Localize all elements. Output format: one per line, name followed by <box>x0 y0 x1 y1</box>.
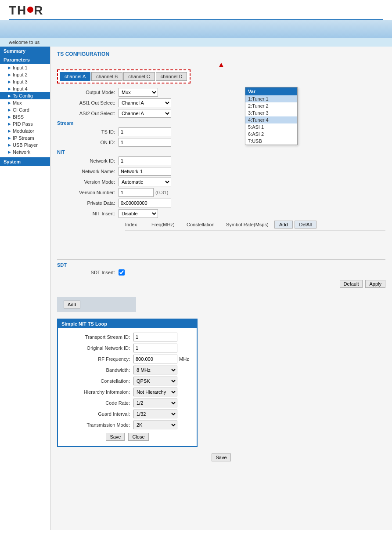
sidebar-item-ipstream[interactable]: ▶ IP Stream <box>0 134 50 141</box>
nit-close-button[interactable]: Close <box>128 433 148 441</box>
nit-section-title: NIT <box>57 149 385 155</box>
nit-constellation-select[interactable]: QPSK 16QAM 64QAM <box>133 377 177 385</box>
nit-col-constellation: Constellation <box>187 222 226 227</box>
arrow-icon: ▶ <box>8 94 11 98</box>
output-mode-dropdown[interactable]: Var 1:Tuner 1 2:Tuner 2 3:Tuner 3 4:Tune… <box>245 87 298 145</box>
arrow-icon: ▶ <box>8 101 11 105</box>
network-id-label: Network ID: <box>57 158 119 163</box>
nit-network-id-input[interactable] <box>133 344 177 352</box>
arrow-icon: ▶ <box>8 87 11 91</box>
dropdown-item-6[interactable]: 7:USB <box>245 138 297 145</box>
channel-tab-b[interactable]: channel B <box>91 72 122 81</box>
asi1-out-row: ASI1 Out Select: Channel A Channel B <box>57 98 385 107</box>
nit-rf-freq-label: RF Frequency: <box>63 356 133 362</box>
nit-loop-buttons: Save Close <box>63 433 191 441</box>
asi2-out-select[interactable]: Channel A Channel B <box>119 109 171 118</box>
nit-col-index: Index <box>125 222 151 227</box>
sidebar-item-mux[interactable]: ▶ Mux <box>0 99 50 106</box>
sidebar-item-modulator[interactable]: ▶ Modulator <box>0 127 50 134</box>
sidebar-system[interactable]: System <box>0 157 50 166</box>
nit-loop-dialog: Simple NIT TS Loop Transport Stream ID: … <box>57 319 198 447</box>
dropdown-item-4[interactable]: 5:ASI 1 <box>245 123 297 131</box>
nit-rf-freq-input[interactable] <box>133 355 177 363</box>
output-mode-label: Output Mode: <box>57 90 119 95</box>
asi1-out-select[interactable]: Channel A Channel B <box>119 98 171 107</box>
sidebar-item-cicard[interactable]: ▶ CI Card <box>0 106 50 113</box>
version-number-input[interactable] <box>119 188 154 197</box>
sidebar-item-network[interactable]: ▶ Network <box>0 149 50 156</box>
add-button[interactable]: Add <box>64 301 80 308</box>
output-mode-select[interactable]: Mux Transparent <box>119 88 158 97</box>
private-data-input[interactable] <box>119 199 171 207</box>
channel-tabs-container: channel A channel B channel C channel D <box>57 69 191 83</box>
nit-add-button[interactable]: Add <box>274 221 293 229</box>
arrow-indicator: ▲ <box>57 61 385 69</box>
network-name-row: Network Name: <box>57 167 385 176</box>
sidebar-item-input3[interactable]: ▶ Input 3 <box>0 78 50 85</box>
nit-coderate-label: Code Rate: <box>63 400 133 406</box>
private-data-label: Private Data: <box>57 200 119 206</box>
sidebar-summary[interactable]: Summary <box>0 47 50 55</box>
nit-delall-button[interactable]: DelAll <box>295 221 317 229</box>
nit-network-id-label: Original Network ID: <box>63 345 133 351</box>
dropdown-item-1[interactable]: 2:Tuner 2 <box>245 102 297 109</box>
version-mode-select[interactable]: Automatic Manual <box>119 178 171 186</box>
nit-constellation-row: Constellation: QPSK 16QAM 64QAM <box>63 377 191 385</box>
on-id-row: ON ID: <box>57 138 385 147</box>
nit-hierarchy-select[interactable]: Not Hierarchy Hierarchy 1 <box>133 388 177 396</box>
nit-bandwidth-row: Bandwidth: 8 MHz 7 MHz 6 MHz <box>63 366 191 374</box>
network-name-input[interactable] <box>119 167 171 176</box>
channel-tab-d[interactable]: channel D <box>156 72 187 81</box>
sidebar-item-input1[interactable]: ▶ Input 1 <box>0 64 50 71</box>
nit-transmission-select[interactable]: 2K 8K <box>133 421 177 429</box>
sidebar: Summary Parameters ▶ Input 1 ▶ Input 2 ▶… <box>0 47 50 530</box>
dropdown-item-0[interactable]: 1:Tuner 1 <box>245 95 297 102</box>
welcome-bar: welcome to us <box>0 38 392 47</box>
on-id-input[interactable] <box>119 138 171 147</box>
nit-guardinterval-label: Guard Interval: <box>63 411 133 417</box>
sidebar-item-usbplayer[interactable]: ▶ USB Player <box>0 141 50 149</box>
final-save-button[interactable]: Save <box>212 453 230 461</box>
nit-save-button[interactable]: Save <box>106 433 125 441</box>
nit-coderate-row: Code Rate: 1/2 2/3 3/4 <box>63 399 191 407</box>
arrow-icon: ▶ <box>8 73 11 77</box>
logo: TH R <box>9 4 383 18</box>
nit-ts-id-input[interactable] <box>133 333 177 341</box>
ts-config-title: TS CONFIGURATION <box>57 51 385 57</box>
sdt-insert-row: SDT Insert: <box>57 269 385 276</box>
nit-coderate-select[interactable]: 1/2 2/3 3/4 <box>133 399 177 407</box>
nit-insert-select[interactable]: Disable Enable <box>119 209 158 218</box>
sdt-insert-checkbox[interactable] <box>119 269 125 276</box>
sidebar-item-biss[interactable]: ▶ BISS <box>0 113 50 120</box>
apply-button[interactable]: Apply <box>365 280 385 288</box>
channel-tab-a[interactable]: channel A <box>60 72 90 81</box>
ts-id-input[interactable] <box>119 127 171 136</box>
arrow-icon: ▶ <box>8 143 11 147</box>
output-mode-row: Output Mode: Mux Transparent <box>57 88 385 97</box>
nit-bandwidth-select[interactable]: 8 MHz 7 MHz 6 MHz <box>133 366 177 374</box>
arrow-icon: ▶ <box>8 129 11 133</box>
nit-ts-id-label: Transport Stream ID: <box>63 334 133 340</box>
channel-tab-c[interactable]: channel C <box>123 72 155 81</box>
sidebar-item-input2[interactable]: ▶ Input 2 <box>0 71 50 78</box>
ts-id-label: TS ID: <box>57 129 119 134</box>
nit-insert-row: NIT Insert: Disable Enable <box>57 209 385 218</box>
sidebar-item-input4[interactable]: ▶ Input 4 <box>0 85 50 92</box>
default-button[interactable]: Default <box>340 280 363 288</box>
sidebar-item-tsconfig[interactable]: ▶ Ts Config <box>0 92 50 99</box>
nit-transmission-row: Transmission Mode: 2K 8K <box>63 421 191 429</box>
arrow-icon: ▶ <box>8 108 11 112</box>
network-name-label: Network Name: <box>57 169 119 174</box>
dropdown-item-3[interactable]: 4:Tuner 4 <box>245 116 297 123</box>
network-id-input[interactable] <box>119 156 171 165</box>
dropdown-item-2[interactable]: 3:Tuner 3 <box>245 109 297 116</box>
sidebar-parameters[interactable]: Parameters <box>0 55 50 64</box>
sidebar-item-pidpass[interactable]: ▶ PID Pass <box>0 120 50 127</box>
nit-guardinterval-select[interactable]: 1/32 1/16 1/8 <box>133 410 177 418</box>
nit-col-symbolrate: Symbol Rate(Msps) <box>226 222 274 227</box>
on-id-label: ON ID: <box>57 140 119 145</box>
dropdown-item-5[interactable]: 6:ASI 2 <box>245 131 297 138</box>
nit-bandwidth-label: Bandwidth: <box>63 367 133 373</box>
nit-insert-label: NIT Insert: <box>57 211 119 216</box>
private-data-row: Private Data: <box>57 199 385 207</box>
